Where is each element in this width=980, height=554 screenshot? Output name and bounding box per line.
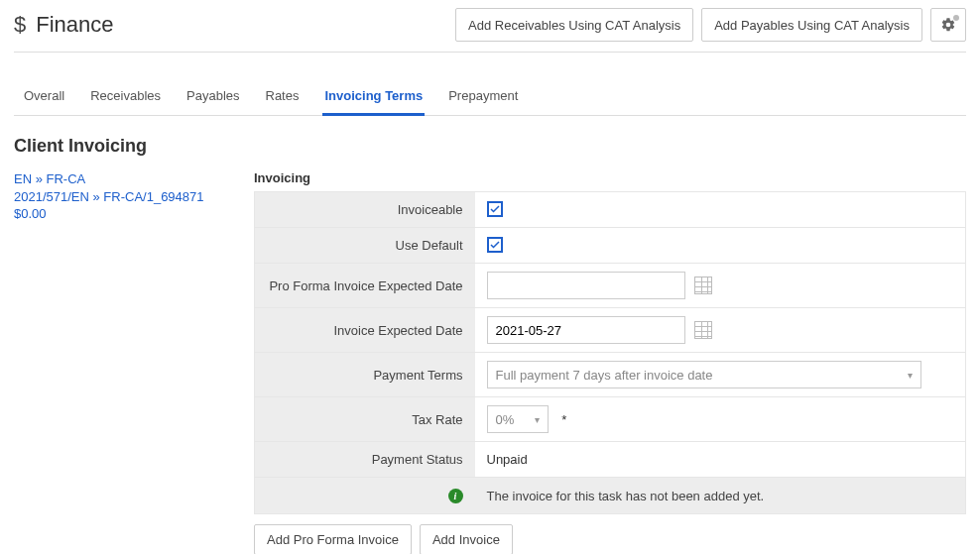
checkmark-icon (489, 203, 501, 215)
tab-payables[interactable]: Payables (184, 80, 241, 116)
label-pro-forma-date: Pro Forma Invoice Expected Date (255, 264, 475, 308)
section-title: Client Invoicing (14, 136, 966, 157)
tax-rate-select[interactable]: 0% ▾ (487, 405, 549, 433)
info-message: The invoice for this task has not been a… (487, 489, 765, 503)
add-receivables-cat-button[interactable]: Add Receivables Using CAT Analysis (455, 8, 693, 42)
tax-rate-value: 0% (496, 412, 515, 427)
invoicing-form-table: Invoiceable Use Default (254, 191, 966, 514)
label-invoiceable: Invoiceable (255, 192, 475, 228)
label-invoice-date: Invoice Expected Date (255, 308, 475, 353)
tab-receivables[interactable]: Receivables (88, 80, 163, 116)
label-payment-terms: Payment Terms (255, 353, 475, 397)
calendar-icon[interactable] (694, 277, 712, 294)
payment-terms-value: Full payment 7 days after invoice date (496, 368, 713, 383)
sidebar-task-ref-link[interactable]: 2021/571/EN » FR-CA/1_694871 (14, 188, 242, 206)
invoiceable-checkbox[interactable] (487, 201, 503, 217)
tab-invoicing-terms[interactable]: Invoicing Terms (322, 80, 425, 116)
info-icon: i (448, 489, 463, 503)
page-header: $ Finance Add Receivables Using CAT Anal… (14, 8, 966, 53)
use-default-checkbox[interactable] (487, 237, 503, 253)
required-asterisk: * (561, 412, 566, 427)
chevron-down-icon: ▾ (908, 370, 913, 381)
chevron-down-icon: ▾ (535, 414, 540, 425)
label-payment-status: Payment Status (255, 442, 475, 478)
payment-terms-select[interactable]: Full payment 7 days after invoice date ▾ (487, 361, 921, 388)
dollar-icon: $ (14, 12, 26, 38)
sidebar-language-pair-link[interactable]: EN » FR-CA (14, 170, 242, 188)
tabs-bar: Overall Receivables Payables Rates Invoi… (14, 80, 966, 116)
payment-status-value: Unpaid (487, 452, 528, 467)
checkmark-icon (489, 239, 501, 251)
add-pro-forma-invoice-button[interactable]: Add Pro Forma Invoice (254, 524, 412, 554)
settings-gear-button[interactable] (930, 8, 966, 42)
form-heading: Invoicing (254, 170, 966, 185)
calendar-icon[interactable] (694, 321, 712, 339)
tab-overall[interactable]: Overall (22, 80, 66, 116)
invoice-date-input[interactable] (487, 316, 685, 344)
sidebar: EN » FR-CA 2021/571/EN » FR-CA/1_694871 … (14, 170, 254, 221)
pro-forma-date-input[interactable] (487, 272, 685, 299)
label-use-default: Use Default (255, 228, 475, 264)
tab-prepayment[interactable]: Prepayment (446, 80, 520, 116)
page-title: Finance (36, 12, 113, 38)
label-tax-rate: Tax Rate (255, 397, 475, 442)
notification-dot-icon (953, 15, 959, 21)
tab-rates[interactable]: Rates (264, 80, 302, 116)
add-invoice-button[interactable]: Add Invoice (420, 524, 513, 554)
sidebar-amount: $0.00 (14, 206, 47, 221)
add-payables-cat-button[interactable]: Add Payables Using CAT Analysis (701, 8, 922, 42)
